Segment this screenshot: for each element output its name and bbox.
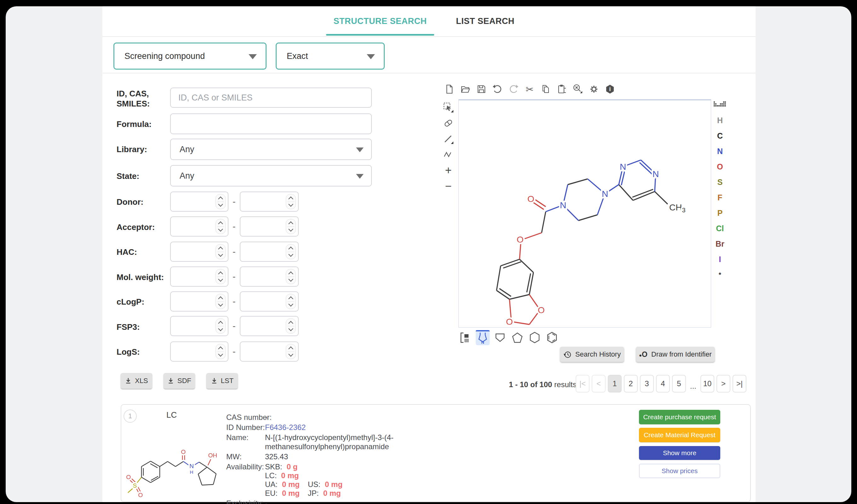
- element-br[interactable]: Br: [716, 239, 724, 249]
- periodic-table-icon[interactable]: [713, 101, 726, 110]
- redo-icon[interactable]: [508, 83, 520, 95]
- element-palette: H C N O S F P Cl Br I *: [711, 101, 728, 280]
- abbreviations-template-icon[interactable]: [458, 330, 472, 345]
- spinner[interactable]: [216, 318, 225, 334]
- zoom-out-icon[interactable]: −: [442, 180, 454, 192]
- element-o[interactable]: O: [717, 162, 723, 171]
- element-i[interactable]: I: [719, 254, 721, 264]
- element-f[interactable]: F: [718, 193, 722, 202]
- spinner[interactable]: [286, 269, 296, 284]
- element-n[interactable]: N: [717, 147, 723, 156]
- molecule-canvas[interactable]: N N N N O O O O CH3: [458, 100, 711, 327]
- spinner[interactable]: [286, 344, 296, 359]
- download-sdf-button[interactable]: SDF: [164, 373, 195, 389]
- bond-tool-icon[interactable]: [442, 133, 454, 145]
- ring-n-template-icon[interactable]: N: [476, 330, 490, 345]
- open-ring-template-icon[interactable]: [493, 330, 507, 345]
- id-cas-smiles-input[interactable]: [170, 87, 372, 108]
- clogp-min-input[interactable]: [170, 291, 229, 312]
- page-5-button[interactable]: 5: [672, 375, 686, 392]
- zoom-in-icon[interactable]: +: [442, 165, 454, 177]
- library-select[interactable]: Any: [170, 139, 372, 160]
- spinner[interactable]: [216, 344, 225, 359]
- save-icon[interactable]: [475, 83, 487, 95]
- page-10-button[interactable]: 10: [701, 375, 714, 392]
- mol-weight-max-input[interactable]: [240, 267, 299, 287]
- logs-min-input[interactable]: [170, 341, 229, 362]
- mol-weight-min-input[interactable]: [170, 267, 229, 287]
- fsp3-max-input[interactable]: [240, 316, 299, 336]
- logs-label: LogS:: [117, 347, 140, 357]
- donor-max-input[interactable]: [240, 191, 299, 212]
- spinner[interactable]: [286, 219, 296, 234]
- chain-tool-icon[interactable]: [442, 149, 454, 161]
- draw-from-identifier-button[interactable]: ●O Draw from Identifier: [636, 347, 715, 362]
- molecule-drawing: N N N N O O O O CH3: [459, 100, 711, 327]
- formula-input[interactable]: [170, 113, 372, 134]
- acceptor-min-input[interactable]: [170, 216, 229, 237]
- spinner[interactable]: [286, 294, 296, 309]
- copy-icon[interactable]: [540, 83, 552, 95]
- create-material-request-button[interactable]: Create Material Request: [639, 428, 720, 442]
- compound-type-select[interactable]: Screening compound: [114, 43, 267, 70]
- eraser-tool-icon[interactable]: [442, 117, 454, 129]
- prev-page-button[interactable]: <: [592, 375, 606, 392]
- element-h[interactable]: H: [717, 116, 723, 125]
- cyclohexane-template-icon[interactable]: [528, 330, 542, 345]
- spinner[interactable]: [286, 244, 296, 259]
- hac-max-input[interactable]: [240, 241, 299, 262]
- open-file-icon[interactable]: [459, 83, 471, 95]
- clogp-max-input[interactable]: [240, 291, 299, 312]
- logs-max-input[interactable]: [240, 341, 299, 362]
- page-1-button[interactable]: 1: [608, 375, 622, 392]
- spinner[interactable]: [216, 219, 225, 234]
- cut-icon[interactable]: ✂: [524, 83, 536, 95]
- paste-icon[interactable]: [556, 83, 568, 95]
- about-info-icon[interactable]: i: [604, 83, 616, 95]
- download-lst-button[interactable]: LST: [206, 373, 238, 389]
- page-4-button[interactable]: 4: [656, 375, 670, 392]
- acceptor-max-input[interactable]: [240, 216, 299, 237]
- settings-gear-icon[interactable]: [588, 83, 600, 95]
- benzene-template-icon[interactable]: [545, 330, 559, 345]
- id-number-link[interactable]: F6436-2362: [265, 423, 306, 432]
- search-history-button[interactable]: Search History: [560, 347, 624, 362]
- next-page-button[interactable]: >: [717, 375, 730, 392]
- clear-canvas-icon[interactable]: [572, 83, 584, 95]
- hac-min-input[interactable]: [170, 241, 229, 262]
- tab-list-search[interactable]: LIST SEARCH: [448, 16, 523, 26]
- fsp3-min-input[interactable]: [170, 316, 229, 336]
- donor-min-input[interactable]: [170, 191, 229, 212]
- svg-text:O: O: [138, 492, 143, 498]
- state-select[interactable]: Any: [170, 165, 372, 186]
- element-c[interactable]: C: [717, 131, 723, 140]
- search-mode-select[interactable]: Exact: [276, 43, 385, 70]
- availability-label: Availability:: [226, 463, 264, 471]
- show-more-button[interactable]: Show more: [639, 446, 720, 460]
- svg-text:O: O: [538, 305, 545, 315]
- new-document-icon[interactable]: [443, 83, 455, 95]
- element-p[interactable]: P: [718, 208, 723, 218]
- first-page-button[interactable]: |<: [576, 375, 589, 392]
- element-cl[interactable]: Cl: [716, 224, 724, 233]
- select-tool-icon[interactable]: [442, 101, 454, 113]
- spinner[interactable]: [216, 269, 225, 284]
- last-page-button[interactable]: >|: [733, 375, 746, 392]
- cyclopentane-template-icon[interactable]: [510, 330, 524, 345]
- page-3-button[interactable]: 3: [640, 375, 654, 392]
- svg-text:N: N: [602, 189, 608, 199]
- download-xls-button[interactable]: XLS: [121, 373, 152, 389]
- element-any[interactable]: *: [719, 270, 721, 280]
- spinner[interactable]: [216, 244, 225, 259]
- spinner[interactable]: [216, 294, 225, 309]
- svg-text:O: O: [127, 474, 131, 481]
- spinner[interactable]: [286, 318, 296, 334]
- spinner[interactable]: [286, 194, 296, 209]
- show-prices-button[interactable]: Show prices: [639, 464, 720, 478]
- create-purchase-request-button[interactable]: Create purchase request: [639, 410, 720, 424]
- tab-structure-search[interactable]: STRUCTURE SEARCH: [326, 16, 434, 26]
- element-s[interactable]: S: [718, 177, 723, 187]
- spinner[interactable]: [216, 194, 225, 209]
- page-2-button[interactable]: 2: [624, 375, 638, 392]
- undo-icon[interactable]: [491, 83, 503, 95]
